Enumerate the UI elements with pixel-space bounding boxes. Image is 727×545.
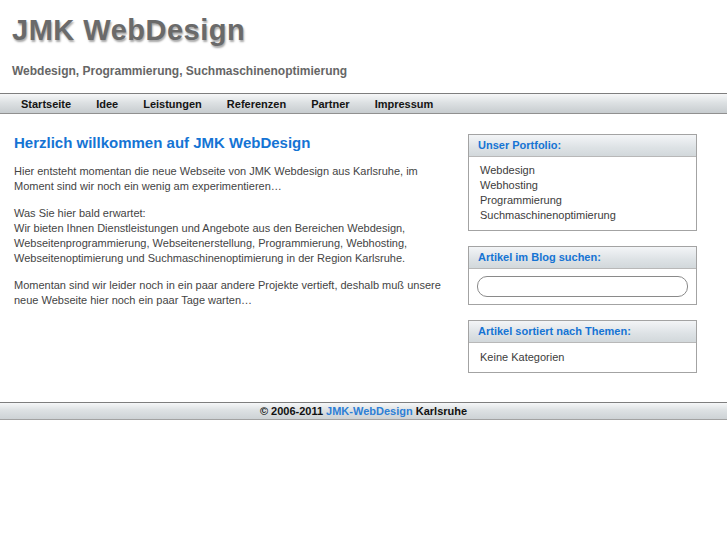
- portfolio-box-title: Unser Portfolio:: [469, 135, 696, 157]
- portfolio-item-webdesign: Webdesign: [480, 163, 685, 178]
- nav-item-referenzen[interactable]: Referenzen: [227, 98, 286, 110]
- blog-search-box-title: Artikel im Blog suchen:: [469, 247, 696, 269]
- nav-item-idee[interactable]: Idee: [96, 98, 118, 110]
- nav-item-partner[interactable]: Partner: [311, 98, 350, 110]
- footer-site-link[interactable]: JMK-WebDesign: [326, 405, 413, 417]
- main-content: Herzlich willkommen auf JMK WebDesign Hi…: [14, 134, 468, 388]
- categories-box-title: Artikel sortiert nach Themen:: [469, 321, 696, 343]
- portfolio-list: Webdesign Webhosting Programmierung Such…: [469, 157, 696, 230]
- footer: © 2006-2011 JMK-WebDesign Karlsruhe: [0, 402, 727, 420]
- portfolio-item-suchmaschinenoptimierung: Suchmaschinenoptimierung: [480, 208, 685, 223]
- intro-paragraph: Hier entsteht momentan die neue Webseite…: [14, 164, 454, 194]
- portfolio-box: Unser Portfolio: Webdesign Webhosting Pr…: [468, 134, 697, 231]
- copyright-suffix: Karlsruhe: [413, 405, 467, 417]
- portfolio-item-webhosting: Webhosting: [480, 178, 685, 193]
- categories-box: Artikel sortiert nach Themen: Keine Kate…: [468, 320, 697, 373]
- nav-item-impressum[interactable]: Impressum: [375, 98, 434, 110]
- expect-label: Was Sie hier bald erwartet:: [14, 207, 146, 219]
- blog-search-body: [469, 269, 696, 304]
- categories-empty-label: Keine Kategorien: [469, 343, 696, 372]
- welcome-heading: Herzlich willkommen auf JMK WebDesign: [14, 134, 454, 151]
- content-wrap: Herzlich willkommen auf JMK WebDesign Hi…: [0, 114, 727, 388]
- nav-item-startseite[interactable]: Startseite: [21, 98, 71, 110]
- site-tagline: Webdesign, Programmierung, Suchmaschinen…: [12, 64, 715, 78]
- services-text: Wir bieten Ihnen Dienstleistungen und An…: [14, 222, 407, 264]
- portfolio-item-programmierung: Programmierung: [480, 193, 685, 208]
- page: JMK WebDesign Webdesign, Programmierung,…: [0, 0, 727, 420]
- blog-search-box: Artikel im Blog suchen:: [468, 246, 697, 305]
- services-paragraph: Was Sie hier bald erwartet: Wir bieten I…: [14, 206, 454, 266]
- site-header: JMK WebDesign Webdesign, Programmierung,…: [0, 0, 727, 78]
- outro-paragraph: Momentan sind wir leider noch in ein paa…: [14, 278, 454, 308]
- sidebar: Unser Portfolio: Webdesign Webhosting Pr…: [468, 134, 697, 388]
- main-nav: Startseite Idee Leistungen Referenzen Pa…: [0, 93, 727, 114]
- nav-item-leistungen[interactable]: Leistungen: [143, 98, 202, 110]
- blog-search-input[interactable]: [477, 276, 688, 297]
- copyright-prefix: © 2006-2011: [260, 405, 326, 417]
- site-title: JMK WebDesign: [12, 14, 715, 47]
